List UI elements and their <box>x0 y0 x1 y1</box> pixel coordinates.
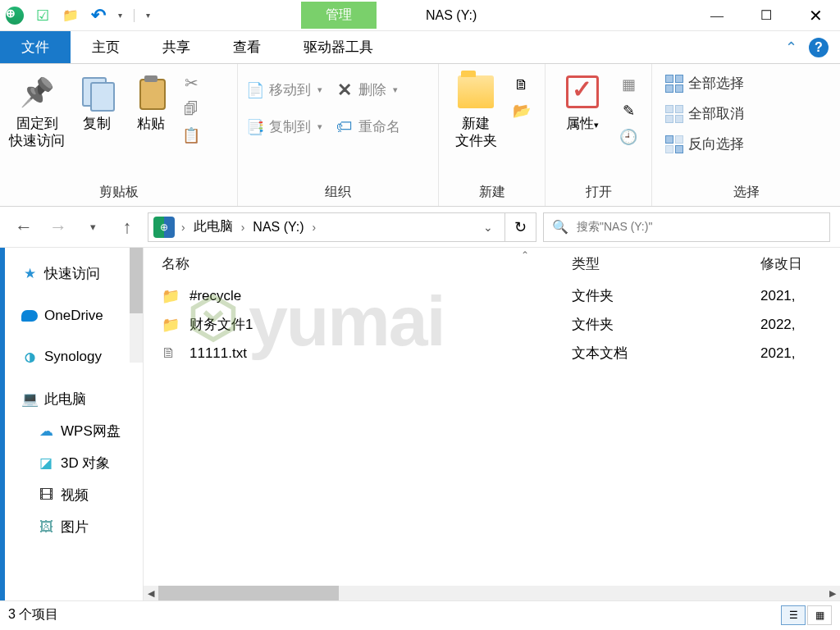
column-header-modified[interactable]: 修改日 <box>760 254 802 273</box>
qat-folder-icon[interactable] <box>59 4 82 27</box>
ribbon-tabs: 文件 主页 共享 查看 驱动器工具 ⌃ ? <box>0 31 840 64</box>
sidebar-scrollbar-thumb[interactable] <box>130 248 143 313</box>
move-to-button[interactable]: 移动到▾ <box>246 80 322 99</box>
file-row[interactable]: 🗎11111.txt文本文档2021, <box>144 339 840 368</box>
collapse-ribbon-icon[interactable]: ⌃ <box>785 39 797 57</box>
file-row[interactable]: 📁#recycle文件夹2021, <box>144 281 840 310</box>
copy-to-button[interactable]: 复制到▾ <box>246 117 322 136</box>
pin-to-quick-access-button[interactable]: 固定到 快速访问 <box>7 69 67 150</box>
view-details-button[interactable]: ☰ <box>781 605 806 625</box>
scroll-right-button[interactable]: ▶ <box>825 586 840 600</box>
file-row[interactable]: 📁财务文件1文件夹2022, <box>144 310 840 339</box>
paste-shortcut-icon[interactable] <box>182 126 200 144</box>
ribbon: 固定到 快速访问 复制 粘贴 剪贴板 移动到▾ 复制到▾ <box>0 64 840 207</box>
pin-label: 固定到 快速访问 <box>9 115 65 150</box>
copy-icon <box>80 75 113 108</box>
file-type: 文件夹 <box>572 315 760 334</box>
paste-button[interactable]: 粘贴 <box>126 69 176 132</box>
sidebar-item-3d-objects[interactable]: 3D 对象 <box>0 447 143 479</box>
sidebar-item-pictures[interactable]: 图片 <box>0 511 143 543</box>
open-icon[interactable]: ▦ <box>619 75 637 94</box>
qat-properties-icon[interactable] <box>31 4 54 27</box>
rename-icon <box>336 118 354 136</box>
address-dropdown-icon[interactable]: ⌄ <box>477 221 500 234</box>
history-icon[interactable] <box>619 128 637 146</box>
app-icon[interactable]: ⊕ <box>3 4 26 27</box>
breadcrumb-this-pc[interactable]: 此电脑 <box>192 218 235 235</box>
cut-icon[interactable] <box>182 74 200 92</box>
item-count: 3 个项目 <box>8 606 58 623</box>
file-name: 财务文件1 <box>189 315 572 334</box>
ribbon-group-open: 属性▾ ▦ 打开 <box>546 64 652 206</box>
maximize-button[interactable]: ☐ <box>742 0 791 30</box>
chevron-right-icon[interactable]: › <box>178 221 189 234</box>
new-item-icon[interactable] <box>513 75 531 94</box>
new-folder-label: 新建 文件夹 <box>455 115 497 150</box>
folder-icon: 📁 <box>162 316 181 334</box>
close-button[interactable]: ✕ <box>791 0 840 30</box>
chevron-right-icon[interactable]: › <box>238 221 249 234</box>
horizontal-scrollbar[interactable]: ◀ ▶ <box>144 586 840 600</box>
file-name: 11111.txt <box>189 345 572 362</box>
tab-file[interactable]: 文件 <box>0 31 71 63</box>
cube-icon <box>38 455 54 472</box>
select-all-button[interactable]: 全部选择 <box>665 74 744 93</box>
ribbon-group-select: 全部选择 全部取消 反向选择 选择 <box>652 64 840 206</box>
cloud-icon <box>38 423 54 440</box>
minimize-button[interactable]: — <box>692 0 742 30</box>
qat-customize-icon[interactable]: ▾ <box>143 11 153 20</box>
sidebar-item-onedrive[interactable]: OneDrive <box>0 301 143 331</box>
search-icon <box>552 219 568 235</box>
forward-button[interactable]: → <box>44 213 72 241</box>
search-box[interactable]: 搜索"NAS (Y:)" <box>543 212 830 242</box>
tab-drive-tools[interactable]: 驱动器工具 <box>282 31 395 63</box>
help-icon[interactable]: ? <box>809 38 829 57</box>
scrollbar-track[interactable] <box>158 586 825 600</box>
chevron-right-icon[interactable]: › <box>309 221 320 234</box>
qat-dropdown-icon[interactable]: ▾ <box>115 11 126 20</box>
synology-icon: ◑ <box>21 349 38 365</box>
scroll-left-button[interactable]: ◀ <box>144 586 158 600</box>
sidebar-item-wps[interactable]: WPS网盘 <box>0 415 143 447</box>
refresh-button[interactable]: ↻ <box>505 212 536 242</box>
new-folder-icon <box>458 75 494 108</box>
up-button[interactable]: ↑ <box>113 213 141 241</box>
breadcrumb-bar[interactable]: ⊕ › 此电脑 › NAS (Y:) › ⌄ <box>148 212 505 242</box>
window-title: NAS (Y:) <box>426 8 477 23</box>
properties-icon <box>566 75 599 108</box>
tab-home[interactable]: 主页 <box>71 31 141 63</box>
file-name: #recycle <box>189 288 572 304</box>
sidebar-item-this-pc[interactable]: 此电脑 <box>0 383 143 415</box>
edit-icon[interactable] <box>619 102 637 120</box>
search-placeholder: 搜索"NAS (Y:)" <box>577 220 652 235</box>
folder-icon: 📁 <box>162 287 181 305</box>
file-list-pane: ⌃ 名称 类型 修改日 yumai 📁#recycle文件夹2021,📁财务文件… <box>144 248 840 600</box>
view-large-icons-button[interactable]: ▦ <box>807 605 832 625</box>
new-folder-button[interactable]: 新建 文件夹 <box>445 69 506 150</box>
back-button[interactable]: ← <box>10 213 38 241</box>
copy-path-icon[interactable] <box>182 100 200 118</box>
column-header-name[interactable]: 名称 <box>162 254 572 273</box>
manage-contextual-tab[interactable]: 管理 <box>301 2 377 29</box>
picture-icon <box>38 519 54 536</box>
invert-selection-button[interactable]: 反向选择 <box>665 135 744 153</box>
scrollbar-thumb[interactable] <box>158 586 339 600</box>
delete-icon <box>336 81 354 99</box>
sidebar-item-synology[interactable]: ◑Synology <box>0 342 143 372</box>
delete-button[interactable]: 删除▾ <box>336 80 400 99</box>
sidebar-item-quick-access[interactable]: 快速访问 <box>0 258 143 290</box>
select-none-button[interactable]: 全部取消 <box>665 104 744 123</box>
tab-view[interactable]: 查看 <box>212 31 282 63</box>
copy-button[interactable]: 复制 <box>72 69 121 132</box>
recent-locations-button[interactable]: ▾ <box>79 213 107 241</box>
titlebar: ⊕ ▾ ▾ 管理 NAS (Y:) — ☐ ✕ <box>0 0 840 31</box>
easy-access-icon[interactable] <box>513 102 531 120</box>
tab-share[interactable]: 共享 <box>141 31 212 63</box>
properties-button[interactable]: 属性▾ <box>552 69 613 132</box>
sidebar-item-videos[interactable]: 视频 <box>0 479 143 511</box>
rename-button[interactable]: 重命名 <box>336 117 400 136</box>
column-header-type[interactable]: 类型 <box>572 254 760 273</box>
breadcrumb-drive[interactable]: NAS (Y:) <box>251 220 305 235</box>
qat-undo-icon[interactable] <box>87 4 110 27</box>
file-modified: 2021, <box>760 288 796 304</box>
